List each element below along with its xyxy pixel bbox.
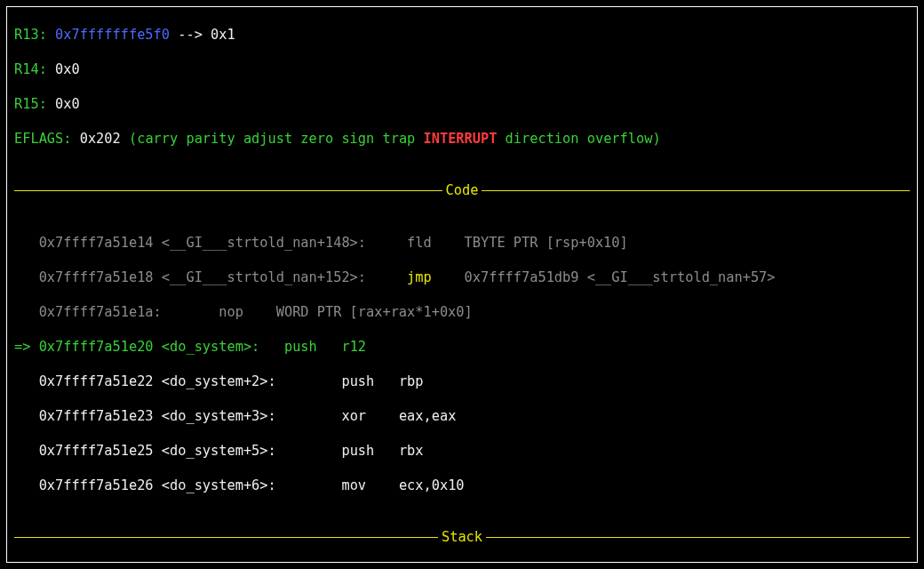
disasm-current-line: => 0x7ffff7a51e20 <do_system>: push r12 bbox=[14, 339, 910, 357]
disasm-line: 0x7ffff7a51e26 <do_system+6>: mov ecx,0x… bbox=[14, 477, 910, 495]
disasm-line: 0x7ffff7a51e22 <do_system+2>: push rbp bbox=[14, 373, 910, 391]
disasm-line: 0x7ffff7a51e23 <do_system+3>: xor eax,ea… bbox=[14, 408, 910, 426]
section-header-stack: Stack bbox=[14, 529, 910, 547]
disasm-line: 0x7ffff7a51e18 <__GI___strtold_nan+152>:… bbox=[14, 269, 910, 287]
disasm-line: 0x7ffff7a51e1a: nop WORD PTR [rax+rax*1+… bbox=[14, 304, 910, 322]
section-header-code: Code bbox=[14, 182, 910, 200]
disasm-line: 0x7ffff7a51e25 <do_system+5>: push rbx bbox=[14, 443, 910, 461]
reg-r13: R13: 0x7fffffffe5f0 --> 0x1 bbox=[14, 27, 910, 44]
reg-r14: R14: 0x0 bbox=[14, 61, 910, 79]
disasm-line: 0x7ffff7a51e14 <__GI___strtold_nan+148>:… bbox=[14, 235, 910, 252]
reg-eflags: EFLAGS: 0x202 (carry parity adjust zero … bbox=[14, 131, 910, 148]
terminal-window[interactable]: R13: 0x7fffffffe5f0 --> 0x1 R14: 0x0 R15… bbox=[0, 0, 924, 569]
reg-r15: R15: 0x0 bbox=[14, 96, 910, 114]
